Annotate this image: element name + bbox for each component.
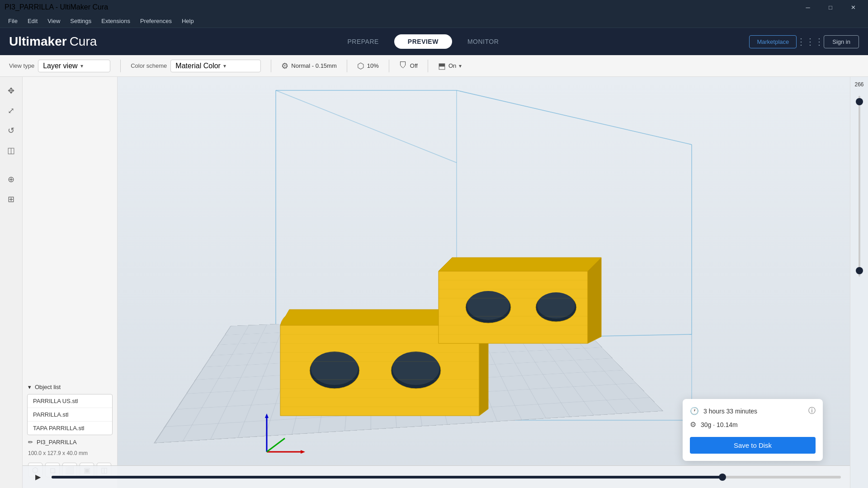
print-objects xyxy=(244,244,615,461)
object-item-1[interactable]: PARRILLA.stl xyxy=(28,408,112,422)
object-list-header[interactable]: ▾ Object list xyxy=(23,380,117,394)
adhesion-setting[interactable]: ⬒ On ▾ xyxy=(438,61,462,71)
rotate-tool[interactable]: ↺ xyxy=(3,122,20,139)
menubar: File Edit View Settings Extensions Prefe… xyxy=(0,14,868,28)
print-time: 3 hours 33 minutes xyxy=(703,408,804,415)
separator-2 xyxy=(271,60,271,72)
signin-button[interactable]: Sign in xyxy=(824,35,859,48)
menu-extensions[interactable]: Extensions xyxy=(97,16,135,26)
move-tool[interactable]: ✥ xyxy=(3,82,20,99)
support-label: Off xyxy=(410,62,418,69)
menu-edit[interactable]: Edit xyxy=(23,16,42,26)
header: Ultimaker Cura PREPARE PREVIEW MONITOR M… xyxy=(0,28,868,55)
layer-progress-fill xyxy=(52,476,722,479)
menu-settings[interactable]: Settings xyxy=(66,16,96,26)
layer-slider-track[interactable] xyxy=(859,96,860,277)
svg-line-1 xyxy=(457,90,692,145)
app-logo: Ultimaker Cura xyxy=(9,34,97,49)
svg-point-14 xyxy=(311,352,358,385)
color-scheme-group: Color scheme Material Color ▾ xyxy=(131,60,261,72)
support-setting[interactable]: ⛉ Off xyxy=(399,61,418,70)
layer-slider-bottom-thumb[interactable] xyxy=(856,267,863,274)
infill-icon: ⬡ xyxy=(357,61,364,71)
object-item-0[interactable]: PARRILLA US.stl xyxy=(28,394,112,408)
apps-grid-icon[interactable]: ⋮⋮⋮ xyxy=(802,33,818,50)
layer-slider: 266 xyxy=(850,77,868,488)
marketplace-button[interactable]: Marketplace xyxy=(749,35,797,48)
weight-row: ⚙ 30g · 10.14m xyxy=(690,420,816,429)
separator-5 xyxy=(428,60,428,72)
time-row: 🕐 3 hours 33 minutes ⓘ xyxy=(690,406,816,416)
adhesion-chevron-icon: ▾ xyxy=(459,63,462,69)
play-button[interactable]: ▶ xyxy=(32,471,44,483)
main-area: ✥ ⤢ ↺ ◫ ⊕ ⊞ ▾ Object list PARRILLA US.st… xyxy=(0,77,868,488)
tab-prepare[interactable]: PREPARE xyxy=(334,34,392,49)
settings-sliders-icon: ⚙ xyxy=(281,61,288,71)
layer-slider-top-thumb[interactable] xyxy=(856,98,863,105)
color-scheme-dropdown[interactable]: Material Color ▾ xyxy=(170,60,261,72)
project-name: PI3_PARRILLA xyxy=(37,439,77,446)
object-item-2[interactable]: TAPA PARRILLA.stl xyxy=(28,422,112,435)
maximize-button[interactable]: □ xyxy=(820,0,841,14)
object-list-box: PARRILLA US.stl PARRILLA.stl TAPA PARRIL… xyxy=(27,394,113,435)
logo-bold: Ultimaker xyxy=(9,34,67,49)
infill-setting[interactable]: ⬡ 10% xyxy=(357,61,379,71)
svg-point-26 xyxy=(467,291,509,320)
menu-help[interactable]: Help xyxy=(177,16,198,26)
left-tools: ✥ ⤢ ↺ ◫ ⊕ ⊞ xyxy=(0,77,23,488)
svg-point-28 xyxy=(537,292,575,319)
tab-preview[interactable]: PREVIEW xyxy=(394,34,452,49)
support-icon: ⛉ xyxy=(399,61,407,70)
svg-point-16 xyxy=(392,352,439,385)
logo-light: Cura xyxy=(70,34,97,49)
smart-slice-tool[interactable]: ⊞ xyxy=(3,191,20,208)
layer-max-number: 266 xyxy=(854,81,863,88)
viewport[interactable]: 🕐 3 hours 33 minutes ⓘ ⚙ 30g · 10.14m Sa… xyxy=(118,77,850,488)
profile-setting[interactable]: ⚙ Normal - 0.15mm xyxy=(281,61,336,71)
color-scheme-label: Color scheme xyxy=(131,62,167,69)
separator-3 xyxy=(347,60,347,72)
close-button[interactable]: ✕ xyxy=(843,0,863,14)
menu-preferences[interactable]: Preferences xyxy=(136,16,176,26)
svg-line-37 xyxy=(267,438,285,452)
parrilla-back xyxy=(439,258,601,343)
save-to-disk-button[interactable]: Save to Disk xyxy=(690,437,816,454)
svg-marker-39 xyxy=(301,450,305,454)
view-type-label: View type xyxy=(9,62,34,69)
info-panel: 🕐 3 hours 33 minutes ⓘ ⚙ 30g · 10.14m Sa… xyxy=(683,399,823,461)
project-dimensions: 100.0 x 127.9 x 40.0 mm xyxy=(23,449,117,460)
minimize-button[interactable]: ─ xyxy=(797,0,818,14)
filament-icon: ⚙ xyxy=(690,420,696,429)
infill-value: 10% xyxy=(367,62,379,69)
svg-line-3 xyxy=(276,90,457,163)
window-title: PI3_PARRILLA - UltiMaker Cura xyxy=(5,3,108,11)
bottom-playback-panel: ▶ xyxy=(23,465,850,488)
separator-4 xyxy=(389,60,389,72)
svg-marker-38 xyxy=(265,413,269,418)
info-detail-icon[interactable]: ⓘ xyxy=(808,406,816,416)
tab-monitor[interactable]: MONITOR xyxy=(454,34,512,49)
view-type-chevron-icon: ▾ xyxy=(80,63,83,69)
titlebar: PI3_PARRILLA - UltiMaker Cura ─ □ ✕ xyxy=(0,0,868,14)
view-type-value: Layer view xyxy=(43,62,77,70)
edit-icon: ✏ xyxy=(28,439,33,446)
adhesion-label: On xyxy=(448,62,456,69)
toolbar: View type Layer view ▾ Color scheme Mate… xyxy=(0,55,868,77)
view-type-dropdown[interactable]: Layer view ▾ xyxy=(38,60,110,72)
header-right: Marketplace ⋮⋮⋮ Sign in xyxy=(749,33,859,50)
profile-value: Normal - 0.15mm xyxy=(291,62,336,69)
object-list-label: Object list xyxy=(35,384,61,390)
layer-progress-thumb[interactable] xyxy=(719,474,726,481)
support-tool[interactable]: ⊕ xyxy=(3,171,20,188)
view-type-group: View type Layer view ▾ xyxy=(9,60,110,72)
adhesion-icon: ⬒ xyxy=(438,61,446,71)
menu-file[interactable]: File xyxy=(4,16,22,26)
layer-progress-bar[interactable] xyxy=(52,476,841,479)
mirror-tool[interactable]: ◫ xyxy=(3,142,20,159)
scale-tool[interactable]: ⤢ xyxy=(3,102,20,119)
menu-view[interactable]: View xyxy=(43,16,65,26)
separator-1 xyxy=(120,60,121,72)
clock-icon: 🕐 xyxy=(690,407,699,415)
color-scheme-value: Material Color xyxy=(175,62,221,70)
collapse-icon: ▾ xyxy=(28,384,31,390)
